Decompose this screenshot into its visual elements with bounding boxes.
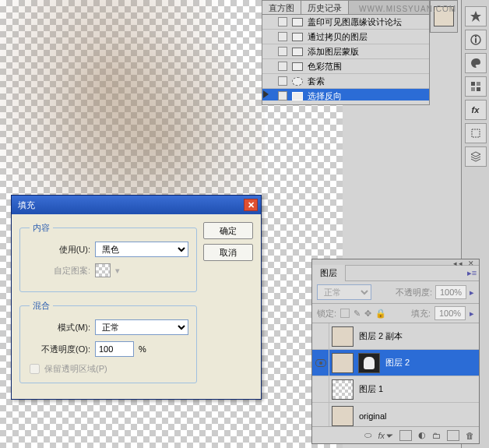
svg-rect-4 — [477, 82, 480, 86]
layer-thumb — [332, 379, 354, 400]
visibility-toggle[interactable] — [312, 323, 329, 350]
visibility-toggle[interactable] — [312, 350, 329, 376]
chevron-right-icon[interactable]: ▸ — [470, 287, 474, 298]
close-icon[interactable]: ✕ — [244, 199, 258, 211]
visibility-toggle[interactable] — [312, 376, 329, 403]
layer-thumb — [332, 406, 354, 426]
pattern-swatch — [95, 263, 111, 277]
blend-group: 混合 模式(M): 正常 不透明度(O): % 保留透明区域(P) — [19, 300, 197, 383]
blend-mode-select[interactable]: 正常 — [317, 284, 371, 300]
ok-button[interactable]: 确定 — [203, 222, 253, 239]
svg-rect-1 — [475, 38, 477, 43]
select-inverse-icon — [292, 92, 303, 101]
layer-name: 图层 2 副本 — [359, 330, 403, 342]
svg-rect-6 — [477, 87, 480, 91]
opacity-value[interactable]: 100% — [435, 285, 466, 299]
document-icon — [292, 33, 303, 41]
visibility-toggle[interactable] — [312, 403, 329, 429]
color-range-icon — [292, 62, 303, 71]
svg-rect-7 — [472, 129, 480, 137]
mask-icon — [292, 48, 303, 56]
history-label: 选择反向 — [308, 90, 342, 101]
lock-pixels-icon[interactable] — [340, 309, 350, 318]
history-list: 盖印可见图愿缘设计论坛 通过拷贝的图层 添加图层蒙版 色彩范围 套索 选择反向 — [262, 15, 429, 101]
svg-rect-5 — [471, 87, 475, 91]
layer-name: 图层 2 — [385, 357, 410, 369]
use-label: 使用(U): — [30, 244, 90, 256]
history-label: 色彩范围 — [308, 61, 342, 72]
brush-icon[interactable]: ✎ — [354, 309, 361, 319]
opacity-input[interactable] — [95, 341, 134, 357]
layer-row[interactable]: 图层 2 副本 — [312, 323, 479, 350]
layer-thumb — [332, 353, 354, 373]
content-legend: 内容 — [30, 222, 53, 234]
layer-name: 图层 1 — [359, 383, 383, 395]
palette-icon[interactable] — [465, 53, 487, 73]
layers-icon[interactable] — [465, 146, 487, 167]
history-item[interactable]: 添加图层蒙版 — [262, 44, 429, 59]
tab-layers[interactable]: 图层 — [312, 265, 346, 281]
pattern-label: 自定图案: — [30, 265, 90, 277]
watermark: WWW.MISSYUAN.COM — [359, 5, 456, 13]
history-item[interactable]: 通过拷贝的图层 — [262, 30, 429, 44]
tab-history[interactable]: 历史记录 — [301, 1, 349, 14]
trash-icon[interactable]: 🗑 — [466, 431, 474, 440]
layer-mask-thumb — [358, 353, 380, 373]
document-icon — [292, 18, 303, 26]
layers-panel: ◂◂ ✕ 图层 ▸≡ 正常 不透明度: 100% ▸ 锁定: ✎ ✥ 🔒 填充:… — [311, 259, 480, 444]
cancel-button[interactable]: 取消 — [203, 244, 253, 261]
layer-list: 图层 2 副本 图层 2 图层 1 original — [312, 323, 479, 429]
dialog-title: 填充 — [18, 199, 35, 211]
info-icon[interactable] — [465, 30, 487, 50]
mode-label: 模式(M): — [30, 322, 90, 333]
history-pointer-icon — [263, 90, 269, 98]
history-item[interactable]: 盖印可见图愿缘设计论坛 — [262, 15, 429, 30]
nav-icon[interactable] — [465, 6, 487, 26]
lock-label: 锁定: — [317, 308, 336, 319]
preserve-transparency-row: 保留透明区域(P) — [30, 363, 188, 375]
layer-thumb — [332, 326, 354, 347]
history-panel: 直方图 历史记录 盖印可见图愿缘设计论坛 通过拷贝的图层 添加图层蒙版 色彩范围… — [262, 0, 430, 105]
history-label: 通过拷贝的图层 — [308, 31, 368, 43]
link-icon[interactable]: ⬭ — [364, 430, 371, 440]
fill-label: 填充: — [411, 308, 431, 319]
fill-value[interactable]: 100% — [434, 306, 466, 320]
history-item-selected[interactable]: 选择反向 — [262, 89, 429, 101]
history-item[interactable]: 套索 — [262, 74, 429, 89]
layer-row[interactable]: 图层 1 — [312, 376, 479, 403]
layer-name: original — [359, 411, 386, 421]
mode-select[interactable]: 正常 — [95, 319, 188, 335]
layers-footer: ⬭ fx⏷ ◐ 🗀 🗑 — [312, 426, 479, 443]
dialog-titlebar[interactable]: 填充 ✕ — [12, 196, 261, 214]
folder-icon[interactable]: 🗀 — [432, 431, 441, 440]
panel-menu-icon[interactable]: ▸≡ — [465, 268, 479, 278]
use-select[interactable]: 黑色 — [95, 242, 188, 257]
preserve-checkbox — [30, 364, 40, 374]
history-item[interactable]: 色彩范围 — [262, 59, 429, 74]
opacity-unit: % — [139, 344, 146, 354]
opacity-label: 不透明度(O): — [30, 344, 90, 355]
history-label: 添加图层蒙版 — [308, 46, 359, 58]
lock-all-icon[interactable]: 🔒 — [375, 309, 386, 319]
eye-icon — [315, 359, 326, 367]
fx-icon[interactable]: fx⏷ — [378, 431, 393, 440]
history-label: 套索 — [308, 76, 325, 87]
fx-icon[interactable]: fx — [465, 100, 487, 120]
history-label: 盖印可见图愿缘设计论坛 — [308, 16, 402, 28]
mask-icon[interactable] — [399, 430, 412, 441]
fill-dialog: 填充 ✕ 内容 使用(U): 黑色 自定图案: ▾ 混合 模式(M): — [11, 195, 262, 400]
tab-histogram[interactable]: 直方图 — [262, 1, 301, 14]
blend-legend: 混合 — [30, 300, 53, 312]
chevron-right-icon[interactable]: ▸ — [470, 309, 474, 319]
move-icon[interactable]: ✥ — [364, 309, 371, 319]
lasso-icon — [292, 77, 303, 86]
layer-row-selected[interactable]: 图层 2 — [312, 350, 479, 376]
content-group: 内容 使用(U): 黑色 自定图案: ▾ — [19, 222, 197, 292]
layer-row[interactable]: original — [312, 403, 479, 429]
preserve-label: 保留透明区域(P) — [44, 363, 107, 375]
adjustment-icon[interactable]: ◐ — [418, 430, 426, 440]
new-layer-icon[interactable] — [447, 430, 459, 441]
opacity-label: 不透明度: — [396, 287, 432, 298]
swatches-icon[interactable] — [465, 76, 487, 97]
crop-tool-icon[interactable] — [465, 123, 487, 143]
